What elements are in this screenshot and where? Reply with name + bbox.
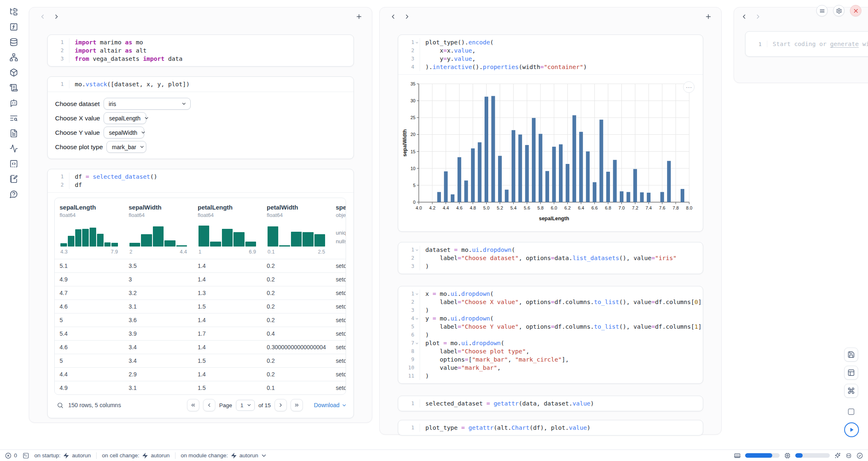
- terminal-icon[interactable]: [23, 452, 29, 459]
- generate-with-ai-link[interactable]: generate: [830, 41, 859, 47]
- column-left-icon[interactable]: [37, 11, 48, 22]
- fold-chevron-icon[interactable]: [414, 291, 420, 296]
- table-row[interactable]: 5.43.91.70.4setosa: [55, 327, 346, 340]
- add-cell-icon[interactable]: [702, 11, 714, 22]
- save-icon[interactable]: [844, 348, 858, 362]
- table-row[interactable]: 5.13.51.40.2setosa: [55, 259, 346, 272]
- column-header[interactable]: petalLengthfloat6416.9: [193, 204, 262, 256]
- code-editor[interactable]: 1df = selected_dataset()2df: [48, 169, 353, 192]
- fold-chevron-icon[interactable]: [414, 247, 420, 252]
- code-editor[interactable]: 1x = mo.ui.dropdown(2 label="Choose X va…: [398, 286, 703, 383]
- cell-selected-dataset[interactable]: 1selected_dataset = getattr(data, datase…: [398, 396, 703, 411]
- first-page-icon[interactable]: [187, 399, 199, 411]
- column-histogram[interactable]: [268, 223, 325, 247]
- table-row[interactable]: 53.41.50.2setosa: [55, 354, 346, 367]
- cell-empty[interactable]: 1 Start coding or generate with AI: [745, 31, 868, 57]
- runtime-config-2[interactable]: on module change:autorun: [181, 452, 268, 459]
- svg-text:6.0: 6.0: [551, 205, 557, 210]
- column-left-icon[interactable]: [738, 11, 750, 22]
- code-editor[interactable]: 1selected_dataset = getattr(data, datase…: [398, 396, 703, 411]
- column-header[interactable]: sepalWidthfloat6424.4: [124, 204, 193, 256]
- packages-icon[interactable]: [7, 67, 21, 77]
- line-number: 3: [411, 55, 414, 63]
- page-select[interactable]: 1: [236, 400, 255, 411]
- notebook-icon[interactable]: [7, 174, 21, 184]
- cell-imports[interactable]: 1import marimo as mo2import altair as al…: [47, 35, 354, 67]
- dependency-graph-icon[interactable]: [7, 52, 21, 62]
- connection-status-icon[interactable]: [856, 452, 863, 459]
- file-explorer-icon[interactable]: [7, 7, 21, 16]
- dropdown-select[interactable]: sepalLength: [104, 112, 146, 124]
- cell-dataframe[interactable]: 1df = selected_dataset()2df sepalLengthf…: [47, 169, 354, 418]
- code-editor[interactable]: 1mo.vstack([dataset, x, y, plot]): [48, 77, 353, 92]
- code-editor[interactable]: 1dataset = mo.ui.dropdown(2 label="Choos…: [398, 242, 703, 274]
- chart-actions-icon[interactable]: ⋯: [683, 81, 695, 93]
- column-right-icon[interactable]: [401, 11, 413, 22]
- search-icon[interactable]: [57, 402, 64, 409]
- fold-chevron-icon[interactable]: [414, 40, 420, 45]
- code-editor[interactable]: 1plot_type().encode(2 x=x.value,3 y=y.va…: [398, 35, 703, 74]
- dropdown-select[interactable]: mark_bar: [106, 141, 146, 153]
- tracing-icon[interactable]: [7, 143, 21, 153]
- cell-chart[interactable]: 1plot_type().encode(2 x=x.value,3 y=y.va…: [398, 35, 703, 232]
- ai-chat-icon[interactable]: [7, 98, 21, 108]
- variables-icon[interactable]: [7, 22, 21, 32]
- table-row[interactable]: 4.73.21.30.2setosa: [55, 286, 346, 300]
- layout-grid-icon[interactable]: [844, 366, 858, 380]
- column-right-icon[interactable]: [51, 11, 62, 22]
- fold-chevron-icon[interactable]: [414, 341, 420, 346]
- logs-icon[interactable]: [7, 113, 21, 123]
- chart-output[interactable]: 4.04.24.44.64.85.05.25.45.65.86.06.26.46…: [398, 74, 703, 231]
- column-histogram[interactable]: [129, 223, 187, 247]
- line-number: 1: [60, 38, 64, 46]
- column-histogram[interactable]: [60, 223, 118, 247]
- keyboard-shortcuts-icon[interactable]: [844, 384, 858, 398]
- datasources-icon[interactable]: [7, 37, 21, 47]
- last-page-icon[interactable]: [291, 399, 303, 411]
- scratchpad-icon[interactable]: [7, 83, 21, 92]
- column-header[interactable]: sepalLengthfloat644.37.9: [55, 204, 124, 256]
- sepal-bar-chart[interactable]: 4.04.24.44.64.85.05.25.45.65.86.06.26.46…: [401, 80, 695, 224]
- cell-vstack[interactable]: 1mo.vstack([dataset, x, y, plot]) Choose…: [47, 76, 354, 159]
- prev-page-icon[interactable]: [203, 399, 215, 411]
- runtime-config-1[interactable]: on cell change:autorun: [102, 452, 170, 459]
- column-right-icon[interactable]: [752, 11, 764, 22]
- code-editor[interactable]: 1import marimo as mo2import altair as al…: [48, 35, 353, 66]
- settings-gear-icon[interactable]: [833, 5, 845, 16]
- error-count-indicator[interactable]: 0: [5, 452, 17, 459]
- cell-xy-plot-dropdowns[interactable]: 1x = mo.ui.dropdown(2 label="Choose X va…: [398, 286, 703, 384]
- dropdown-select[interactable]: iris: [104, 98, 191, 110]
- app-view-icon[interactable]: [845, 406, 857, 417]
- line-number: 1: [60, 173, 64, 181]
- documentation-icon[interactable]: [7, 128, 21, 138]
- table-row[interactable]: 53.61.40.2setosa: [55, 313, 346, 327]
- column-header[interactable]: petalWidthfloat640.12.5: [262, 204, 331, 256]
- svg-text:5.6: 5.6: [524, 205, 530, 210]
- table-row[interactable]: 4.93.11.50.1setosa: [55, 381, 346, 394]
- cell-dataset-dropdown[interactable]: 1dataset = mo.ui.dropdown(2 label="Choos…: [398, 242, 703, 274]
- cell-plot-type[interactable]: 1plot_type = getattr(alt.Chart(df), plot…: [398, 420, 703, 436]
- ai-sparkles-icon[interactable]: [834, 452, 841, 459]
- next-page-icon[interactable]: [275, 399, 287, 411]
- copilot-icon[interactable]: [845, 452, 852, 459]
- dropdown-select[interactable]: sepalWidth: [104, 127, 144, 138]
- code-editor[interactable]: 1plot_type = getattr(alt.Chart(df), plot…: [398, 420, 703, 435]
- add-cell-icon[interactable]: [353, 11, 365, 22]
- run-all-icon[interactable]: [844, 422, 859, 437]
- table-row[interactable]: 4.63.41.40.30000000000000004setosa: [55, 340, 346, 354]
- bar: [566, 164, 569, 202]
- runtime-config-0[interactable]: on startup:autorun: [35, 452, 91, 459]
- shutdown-icon[interactable]: [850, 5, 861, 16]
- column-left-icon[interactable]: [387, 11, 399, 22]
- snippets-icon[interactable]: [7, 159, 21, 168]
- menu-icon[interactable]: [816, 5, 828, 16]
- column-histogram[interactable]: [199, 223, 256, 247]
- help-icon[interactable]: [7, 189, 21, 199]
- editor-placeholder[interactable]: Start coding or generate with AI: [767, 41, 868, 47]
- table-row[interactable]: 4.42.91.40.2setosa: [55, 367, 346, 381]
- table-row[interactable]: 4.63.11.50.2setosa: [55, 300, 346, 313]
- table-row[interactable]: 4.931.40.2setosa: [55, 272, 346, 286]
- download-button[interactable]: Download: [314, 402, 347, 408]
- column-header[interactable]: speciesobjectunique:nulls:: [331, 204, 346, 256]
- fold-chevron-icon[interactable]: [414, 316, 420, 321]
